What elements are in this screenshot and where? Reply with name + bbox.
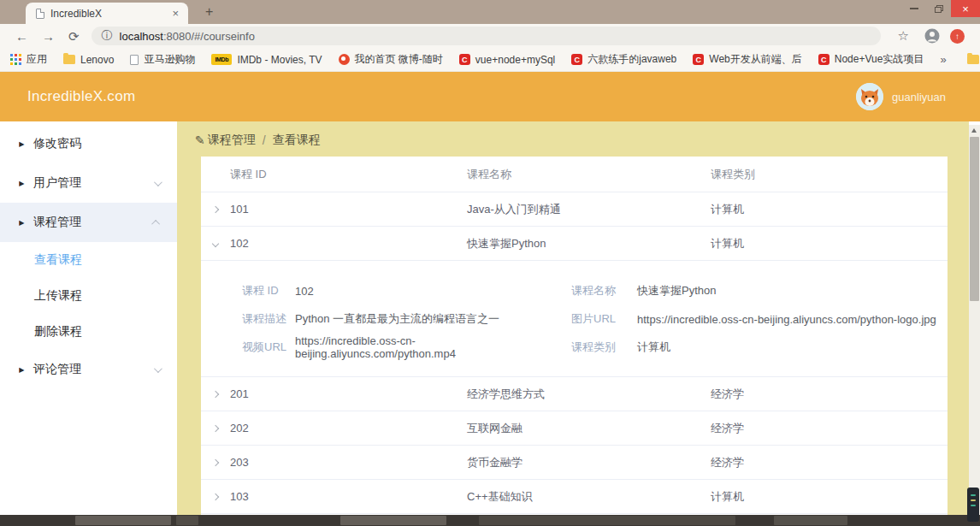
menu-arrow-icon: ▶	[19, 140, 24, 148]
bookmark-label: 亚马逊购物	[144, 52, 195, 67]
detail-label: 图片URL	[571, 311, 637, 327]
content-scrollbar[interactable]	[969, 125, 980, 526]
taskbar-item[interactable]	[176, 516, 198, 525]
page-icon	[130, 55, 139, 65]
detail-value: 102	[295, 285, 571, 298]
other-bookmarks-folder[interactable]: 其他书签	[967, 52, 980, 67]
expand-chevron-icon[interactable]	[212, 390, 219, 397]
new-tab-button[interactable]: +	[200, 3, 218, 21]
table-header-row: 课程 ID 课程名称 课程类别	[201, 157, 948, 192]
bookmark-imdb[interactable]: IMDb IMDb - Movies, TV	[211, 54, 322, 66]
csdn-icon: C	[693, 54, 704, 65]
window-restore-button[interactable]	[926, 0, 951, 17]
window-minimize-button[interactable]	[901, 0, 926, 17]
detail-label: 课程 ID	[242, 283, 295, 298]
windows-taskbar[interactable]	[0, 515, 980, 526]
username: guanliyuan	[892, 91, 946, 103]
tab-close-icon[interactable]: ×	[169, 7, 181, 20]
user-menu[interactable]: guanliyuan	[856, 83, 946, 110]
browser-tab[interactable]: IncredibleX ×	[26, 3, 188, 24]
apps-shortcut[interactable]: 应用	[10, 52, 47, 67]
folder-icon	[967, 55, 979, 64]
window-controls: ×	[901, 0, 980, 17]
table-row[interactable]: 203 货币金融学 经济学	[201, 446, 948, 480]
chevron-down-icon	[154, 364, 162, 373]
sidebar-item-user-management[interactable]: ▶ 用户管理	[0, 163, 177, 203]
taskbar-item[interactable]	[479, 516, 735, 525]
profile-icon[interactable]	[924, 28, 940, 44]
collapse-chevron-icon[interactable]	[212, 239, 219, 246]
taskbar-item[interactable]	[774, 516, 847, 525]
detail-label: 课程描述	[242, 311, 295, 327]
apps-grid-icon	[10, 54, 21, 65]
folder-icon	[63, 55, 75, 64]
expand-chevron-icon[interactable]	[212, 424, 219, 431]
detail-label: 课程名称	[571, 283, 637, 298]
url-text: localhost:8080/#/courseinfo	[120, 30, 255, 43]
bookmark-star-icon[interactable]: ☆	[898, 28, 909, 44]
bookmark-label: 我的首页 微博-随时	[355, 52, 443, 67]
forward-icon[interactable]: →	[35, 30, 62, 43]
taskbar-item[interactable]	[340, 516, 446, 525]
menu-arrow-icon: ▶	[19, 180, 24, 187]
table-row[interactable]: 202 互联网金融 经济学	[201, 411, 948, 446]
refresh-icon[interactable]: ⟳	[62, 30, 86, 43]
detail-value: https://incredible.oss-cn-beijing.aliyun…	[637, 313, 948, 326]
courses-table: 课程 ID 课程名称 课程类别 101 Java-从入门到精通 计算机 102 …	[201, 157, 948, 515]
table-row-expanded[interactable]: 102 快速掌握Python 计算机	[201, 227, 948, 261]
bookmark-csdn-4[interactable]: C Node+Vue实战项目	[818, 52, 924, 67]
bookmarks-overflow-chevron[interactable]: »	[940, 53, 946, 66]
browser-toolbar: ← → ⟳ ⓘ localhost:8080/#/courseinfo ☆ ↑	[0, 24, 980, 48]
detail-label: 课程类别	[571, 340, 637, 355]
address-bar[interactable]: ⓘ localhost:8080/#/courseinfo	[92, 27, 881, 45]
bookmark-amazon[interactable]: 亚马逊购物	[130, 52, 195, 67]
sidebar-item-comment-management[interactable]: ▶ 评论管理	[0, 350, 177, 389]
bookmark-lenovo[interactable]: Lenovo	[63, 54, 114, 66]
expand-chevron-icon[interactable]	[212, 493, 219, 499]
edit-icon: ✎	[195, 133, 205, 147]
page-favicon-icon	[36, 9, 44, 19]
bookmark-weibo[interactable]: 我的首页 微博-随时	[339, 52, 443, 67]
screen: IncredibleX × + × ← → ⟳ ⓘ localhost:8080…	[0, 0, 980, 526]
back-icon[interactable]: ←	[9, 30, 35, 43]
expand-chevron-icon[interactable]	[212, 205, 219, 212]
sidebar-subitem-upload-course[interactable]: 上传课程	[0, 278, 177, 314]
site-info-icon[interactable]: ⓘ	[102, 28, 113, 44]
app-header: IncredibleX.com guanliyuan	[0, 72, 980, 121]
table-row[interactable]: 103 C++基础知识 计算机	[201, 480, 948, 514]
tray-widget	[967, 488, 979, 522]
bookmark-csdn-3[interactable]: C Web开发从前端、后	[693, 52, 801, 67]
sidebar-menu: ▶ 修改密码 ▶ 用户管理 ▶ 课程管理 查看课程 上传课程 删除课程 ▶ 评论…	[0, 121, 177, 515]
table-row[interactable]: 101 Java-从入门到精通 计算机	[201, 192, 948, 227]
breadcrumb: ✎ 课程管理 / 查看课程	[195, 133, 321, 148]
window-close-button[interactable]: ×	[951, 0, 980, 17]
bookmarks-bar: 应用 Lenovo 亚马逊购物 IMDb IMDb - Movies, TV 我…	[0, 48, 980, 72]
bookmark-label: vue+node+mySql	[475, 54, 555, 66]
main-content: ✎ 课程管理 / 查看课程 课程 ID 课程名称 课程类别 101 Java-从…	[177, 121, 969, 515]
breadcrumb-section[interactable]: 课程管理	[208, 133, 256, 148]
browser-tabstrip: IncredibleX × + ×	[0, 0, 980, 24]
sidebar-subitem-view-courses[interactable]: 查看课程	[0, 242, 177, 278]
csdn-icon: C	[459, 54, 470, 65]
table-row[interactable]: 201 经济学思维方式 经济学	[201, 377, 948, 411]
bookmark-label: Node+Vue实战项目	[835, 52, 924, 67]
chevron-down-icon	[154, 178, 162, 186]
browser-update-icon[interactable]: ↑	[950, 29, 965, 44]
expand-chevron-icon[interactable]	[212, 458, 219, 465]
taskbar-item[interactable]	[75, 516, 171, 525]
scrollbar-thumb[interactable]	[970, 137, 979, 301]
url-path: :8080/#/courseinfo	[163, 30, 255, 43]
weibo-icon	[339, 54, 350, 65]
bookmark-csdn-1[interactable]: C vue+node+mySql	[459, 54, 555, 66]
bookmark-label: 六款练手的javaweb	[587, 52, 676, 67]
sidebar-subitem-delete-course[interactable]: 删除课程	[0, 314, 177, 350]
sidebar-item-course-management[interactable]: ▶ 课程管理	[0, 203, 177, 242]
csdn-icon: C	[818, 54, 829, 65]
scroll-up-arrow-icon[interactable]	[971, 128, 977, 133]
breadcrumb-current: 查看课程	[273, 133, 321, 148]
bookmark-csdn-2[interactable]: C 六款练手的javaweb	[571, 52, 676, 67]
bookmark-label: Web开发从前端、后	[709, 52, 801, 67]
detail-value: 计算机	[637, 340, 948, 355]
sidebar-item-change-password[interactable]: ▶ 修改密码	[0, 124, 177, 163]
csdn-icon: C	[571, 54, 582, 65]
